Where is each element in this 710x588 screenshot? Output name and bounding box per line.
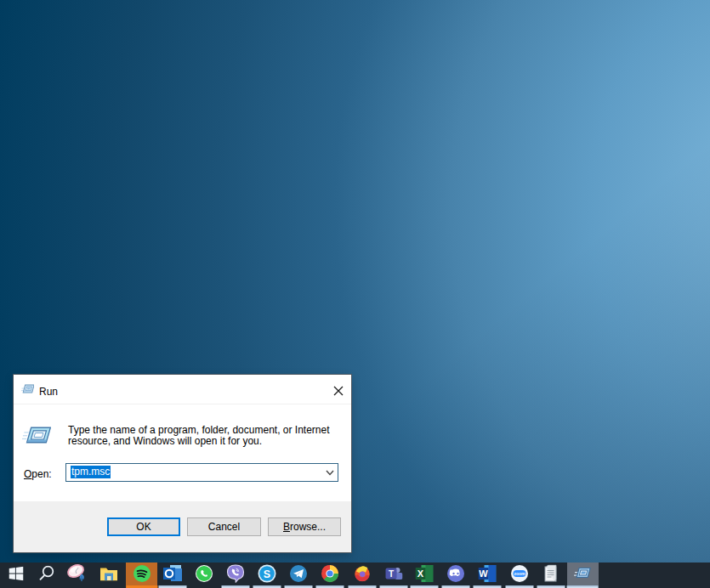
svg-text:W: W [479, 568, 488, 579]
svg-text:X: X [417, 568, 424, 579]
svg-text:T: T [388, 569, 393, 579]
svg-text:zoom: zoom [514, 571, 525, 576]
svg-text:S: S [264, 568, 270, 580]
